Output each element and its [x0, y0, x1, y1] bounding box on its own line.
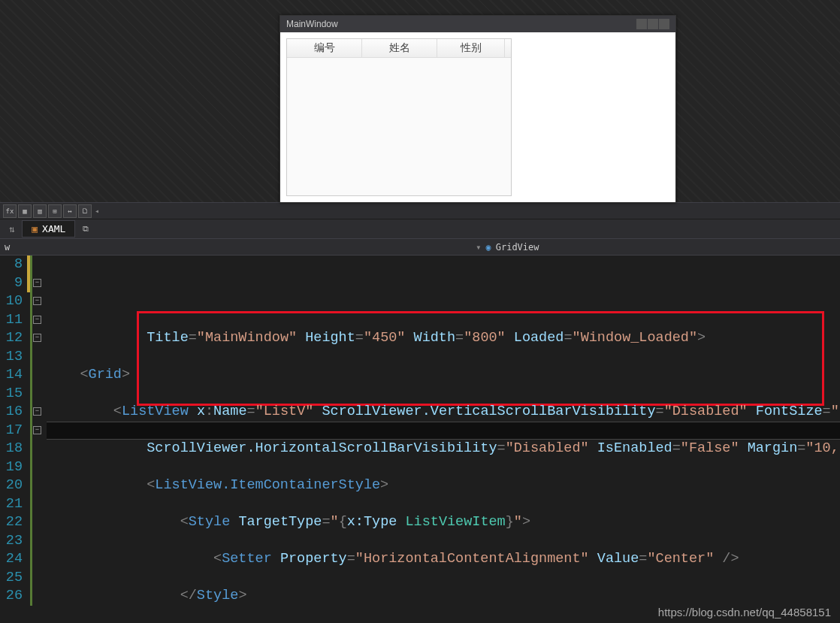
- fold-icon[interactable]: −: [33, 279, 41, 287]
- line-number-gutter: 8910 111213 141516 171819 202122 232425 …: [0, 256, 27, 623]
- dropdown-icon[interactable]: ▾: [476, 242, 481, 253]
- fold-icon[interactable]: −: [33, 316, 41, 324]
- xaml-square-icon: ▣: [32, 223, 38, 234]
- preview-window[interactable]: MainWindow 编号 姓名 性别: [279, 15, 676, 203]
- highlight-box: [137, 311, 824, 406]
- maximize-icon: [648, 19, 658, 29]
- code-editor[interactable]: 8910 111213 141516 171819 202122 232425 …: [0, 256, 840, 623]
- fx-button[interactable]: fx: [3, 204, 17, 218]
- col-header: 性别: [437, 39, 505, 57]
- popout-icon[interactable]: ⧉: [83, 224, 89, 234]
- guides-button[interactable]: ⊞: [48, 204, 62, 218]
- pane-swap-bar: ⇅ ▣ XAML ⧉: [0, 219, 840, 239]
- listview-header: 编号 姓名 性别: [287, 39, 511, 58]
- fold-icon[interactable]: −: [33, 426, 41, 434]
- preview-title: MainWindow: [286, 19, 338, 29]
- ruler-button[interactable]: ▥: [33, 204, 47, 218]
- arrow-icon: ◂: [95, 207, 99, 215]
- designer-surface[interactable]: MainWindow 编号 姓名 性别: [0, 0, 840, 203]
- doc-button[interactable]: 🗋: [78, 204, 92, 218]
- designer-toolbar: fx ▦ ▥ ⊞ ↔ 🗋 ◂: [0, 203, 840, 219]
- code-text[interactable]: Title="MainWindow" Height="450" Width="8…: [47, 256, 840, 623]
- xaml-tab[interactable]: ▣ XAML: [22, 220, 75, 237]
- fold-icon[interactable]: −: [33, 297, 41, 305]
- close-icon: [659, 19, 669, 29]
- preview-titlebar: MainWindow: [280, 16, 675, 32]
- xaml-tab-label: XAML: [42, 223, 65, 234]
- preview-listview[interactable]: 编号 姓名 性别: [286, 38, 512, 196]
- context-left[interactable]: w: [0, 242, 10, 253]
- swap-icon[interactable]: ⇅: [9, 224, 14, 234]
- context-bar: w ▾ ◉ GridView: [0, 239, 840, 256]
- grid-button[interactable]: ▦: [18, 204, 32, 218]
- preview-body: 编号 姓名 性别: [280, 32, 675, 201]
- fold-icon[interactable]: −: [33, 334, 41, 342]
- col-header: 姓名: [362, 39, 437, 57]
- watermark: https://blog.csdn.net/qq_44858151: [658, 606, 831, 618]
- context-member[interactable]: GridView: [496, 242, 539, 253]
- minimize-icon: [636, 19, 647, 29]
- fold-column[interactable]: − − − − − −: [27, 256, 47, 623]
- col-header: 编号: [287, 39, 362, 57]
- fold-icon[interactable]: −: [33, 407, 41, 416]
- snap-button[interactable]: ↔: [63, 204, 77, 218]
- field-icon: ◉: [485, 242, 491, 253]
